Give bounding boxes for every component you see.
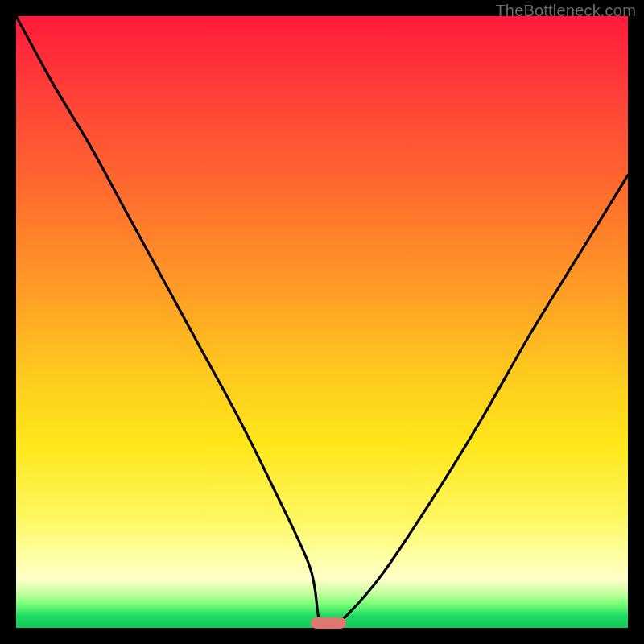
plot-area	[16, 16, 628, 628]
minimum-marker	[311, 617, 346, 629]
chart-frame: TheBottleneck.com	[0, 0, 644, 644]
bottleneck-curve	[16, 16, 628, 628]
